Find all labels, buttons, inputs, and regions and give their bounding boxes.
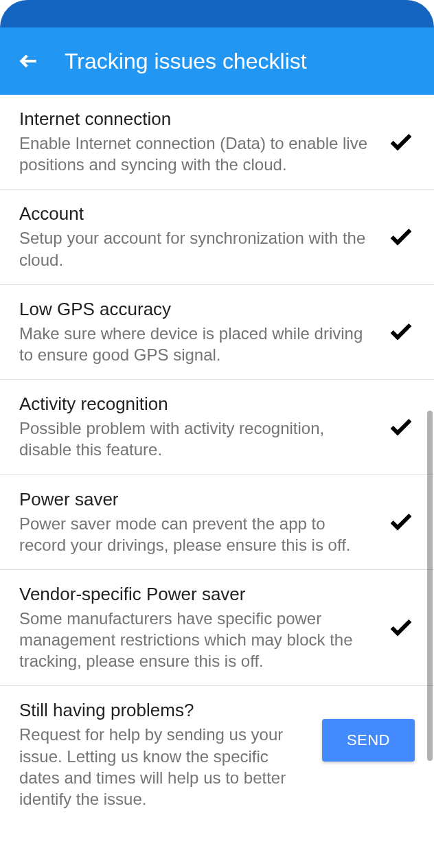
item-text: Account Setup your account for synchroni… xyxy=(19,203,387,270)
page-title: Tracking issues checklist xyxy=(65,49,307,74)
check-icon xyxy=(387,318,415,345)
help-description: Request for help by sending us your issu… xyxy=(19,724,311,810)
item-description: Possible problem with activity recogniti… xyxy=(19,418,376,460)
content-area: Internet connection Enable Internet conn… xyxy=(0,95,434,868)
back-button[interactable] xyxy=(12,45,45,78)
checklist-item-account[interactable]: Account Setup your account for synchroni… xyxy=(0,190,434,284)
help-title: Still having problems? xyxy=(19,700,311,721)
item-text: Low GPS accuracy Make sure where device … xyxy=(19,299,387,365)
item-text: Internet connection Enable Internet conn… xyxy=(19,108,387,175)
help-text: Still having problems? Request for help … xyxy=(19,700,322,810)
send-button[interactable]: SEND xyxy=(322,719,415,762)
checklist-item-gps[interactable]: Low GPS accuracy Make sure where device … xyxy=(0,285,434,380)
item-title: Internet connection xyxy=(19,108,376,130)
checklist-item-vendor-power-saver[interactable]: Vendor-specific Power saver Some manufac… xyxy=(0,570,434,687)
checklist-item-activity[interactable]: Activity recognition Possible problem wi… xyxy=(0,380,434,475)
item-description: Make sure where device is placed while d… xyxy=(19,323,376,365)
item-title: Activity recognition xyxy=(19,393,376,415)
check-icon xyxy=(387,614,415,641)
scrollbar-indicator[interactable] xyxy=(427,411,433,761)
arrow-left-icon xyxy=(18,50,40,72)
phone-frame: Tracking issues checklist Internet conne… xyxy=(0,0,434,868)
check-icon xyxy=(387,413,415,441)
checklist-item-power-saver[interactable]: Power saver Power saver mode can prevent… xyxy=(0,475,434,570)
check-icon xyxy=(387,128,415,156)
check-icon xyxy=(387,223,415,251)
item-title: Power saver xyxy=(19,489,376,510)
help-section: Still having problems? Request for help … xyxy=(0,686,434,823)
app-bar: Tracking issues checklist xyxy=(0,27,434,95)
item-text: Activity recognition Possible problem wi… xyxy=(19,393,387,460)
item-title: Vendor-specific Power saver xyxy=(19,584,376,605)
item-description: Setup your account for synchronization w… xyxy=(19,227,376,270)
item-text: Power saver Power saver mode can prevent… xyxy=(19,489,387,556)
item-description: Power saver mode can prevent the app to … xyxy=(19,513,376,556)
checklist-item-internet[interactable]: Internet connection Enable Internet conn… xyxy=(0,95,434,190)
item-title: Account xyxy=(19,203,376,225)
item-description: Some manufacturers have specific power m… xyxy=(19,608,376,672)
item-description: Enable Internet connection (Data) to ena… xyxy=(19,133,376,175)
check-icon xyxy=(387,508,415,536)
item-title: Low GPS accuracy xyxy=(19,299,376,320)
item-text: Vendor-specific Power saver Some manufac… xyxy=(19,584,387,672)
status-bar xyxy=(0,0,434,27)
